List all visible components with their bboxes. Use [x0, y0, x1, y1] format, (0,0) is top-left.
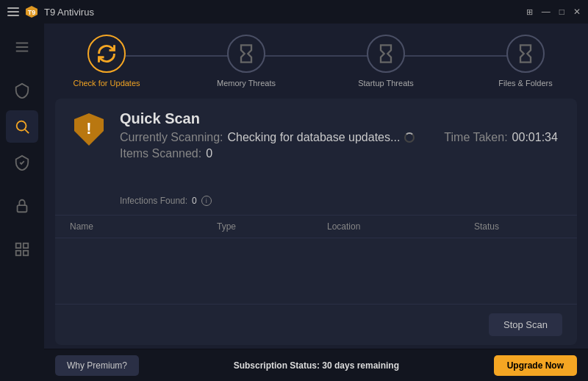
scan-meta-left: Currently Scanning: Checking for databas…	[120, 131, 415, 160]
scan-panel: ! Quick Scan Currently Scanning: Checkin…	[55, 99, 577, 345]
subscription-status: Subscription Status: 30 days remaining	[234, 360, 399, 371]
scan-table: Name Type Location Status	[55, 216, 577, 304]
col-location: Location	[327, 221, 474, 232]
grid-icon	[14, 241, 30, 257]
stop-scan-button[interactable]: Stop Scan	[489, 313, 562, 336]
shield-warning-icon: !	[70, 110, 108, 149]
svg-rect-4	[16, 51, 29, 52]
currently-scanning-row: Currently Scanning: Checking for databas…	[120, 131, 415, 144]
svg-rect-3	[16, 46, 29, 48]
menu-icon	[14, 39, 30, 55]
maximize-button[interactable]: □	[559, 7, 564, 17]
sidebar-item-realtime[interactable]	[6, 146, 38, 179]
time-taken-row: Time Taken: 00:01:34	[444, 131, 558, 144]
shield-check-icon	[14, 154, 30, 171]
scan-meta-infections: Infections Found: 0 i	[120, 191, 212, 206]
scan-info: Quick Scan Currently Scanning: Checking …	[120, 110, 562, 206]
why-premium-button[interactable]: Why Premium?	[55, 355, 139, 376]
hourglass2-icon	[376, 43, 396, 64]
hourglass-icon	[236, 43, 257, 64]
loading-spinner	[404, 132, 415, 143]
hourglass3-icon	[515, 43, 536, 64]
svg-rect-8	[16, 243, 21, 248]
step-circle-check-updates	[87, 35, 126, 73]
step-label-check-updates: Check for Updates	[73, 79, 140, 88]
svg-rect-10	[16, 251, 21, 255]
titlebar: T9 T9 Antivirus ⊞ — □ ✕	[0, 0, 588, 24]
sidebar-item-privacy[interactable]	[6, 190, 38, 222]
step-files-folders: Files & Folders	[485, 35, 566, 88]
svg-text:T9: T9	[28, 9, 36, 16]
col-status: Status	[474, 221, 577, 232]
infections-info-icon[interactable]: i	[201, 196, 212, 206]
close-button[interactable]: ✕	[573, 7, 581, 17]
scan-meta-right: Time Taken: 00:01:34	[444, 131, 558, 144]
svg-line-6	[25, 129, 29, 133]
app-logo: T9	[25, 5, 38, 18]
svg-rect-7	[18, 205, 27, 212]
currently-scanning-label: Currently Scanning:	[120, 131, 223, 144]
currently-scanning-value: Checking for database updates...	[228, 131, 415, 144]
svg-point-5	[17, 121, 26, 131]
steps-bar: Check for Updates Memory Threats Startup…	[44, 24, 588, 95]
steps-line	[125, 55, 507, 57]
svg-rect-11	[24, 251, 28, 255]
infections-found-label: Infections Found:	[120, 196, 187, 206]
step-circle-memory	[227, 35, 265, 73]
scan-shield-icon: !	[70, 110, 108, 149]
items-scanned-label: Items Scanned:	[120, 147, 201, 160]
table-header: Name Type Location Status	[55, 216, 577, 238]
sidebar-item-scan[interactable]	[6, 110, 38, 143]
time-taken-label: Time Taken:	[444, 131, 507, 144]
app-title: T9 Antivirus	[44, 7, 94, 18]
window-controls: ⊞ — □ ✕	[526, 7, 581, 17]
items-scanned-row: Items Scanned: 0	[120, 147, 415, 160]
items-scanned-value: 0	[206, 147, 212, 160]
svg-rect-9	[24, 243, 28, 248]
scan-header: ! Quick Scan Currently Scanning: Checkin…	[55, 99, 577, 216]
step-circle-files	[506, 35, 545, 73]
time-taken-value: 00:01:34	[512, 131, 558, 144]
step-circle-startup	[367, 35, 405, 73]
step-label-memory: Memory Threats	[217, 79, 276, 88]
sidebar-item-protection[interactable]	[6, 74, 38, 107]
shield-icon	[14, 82, 30, 99]
search-icon	[14, 118, 30, 135]
content-area: Check for Updates Memory Threats Startup…	[44, 24, 588, 381]
lock-icon	[14, 198, 30, 214]
upgrade-now-button[interactable]: Upgrade Now	[494, 355, 577, 376]
sidebar	[0, 24, 44, 381]
col-type: Type	[217, 221, 327, 232]
main-layout: Check for Updates Memory Threats Startup…	[0, 24, 588, 381]
infections-found-value: 0	[192, 196, 197, 206]
infections-found-row: Infections Found: 0 i	[120, 196, 212, 206]
monitor-icon: ⊞	[526, 7, 533, 17]
minimize-button[interactable]: —	[542, 7, 551, 17]
step-label-files: Files & Folders	[498, 79, 552, 88]
step-check-updates: Check for Updates	[66, 35, 147, 88]
table-body	[55, 238, 577, 304]
scan-footer: Stop Scan	[55, 304, 577, 345]
sidebar-item-menu[interactable]	[6, 31, 38, 63]
refresh-icon	[96, 43, 117, 64]
svg-rect-2	[16, 43, 29, 44]
sidebar-item-tools[interactable]	[6, 233, 38, 266]
menu-button[interactable]	[7, 7, 19, 16]
step-label-startup: Startup Threats	[358, 79, 414, 88]
step-memory-threats: Memory Threats	[206, 35, 287, 88]
scan-title: Quick Scan	[120, 110, 562, 127]
col-name: Name	[70, 221, 217, 232]
step-startup-threats: Startup Threats	[345, 35, 426, 88]
svg-text:!: !	[86, 119, 91, 138]
footer-bar: Why Premium? Subscription Status: 30 day…	[44, 349, 588, 381]
titlebar-left: T9 T9 Antivirus	[7, 5, 94, 18]
